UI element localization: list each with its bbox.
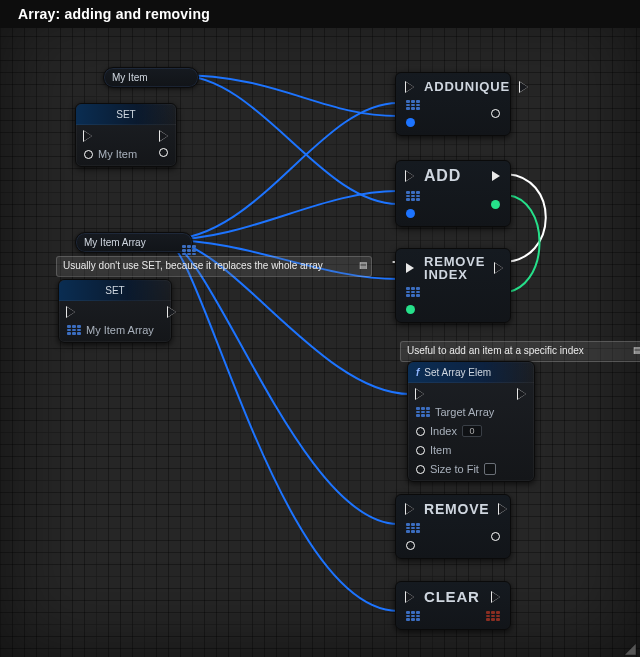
- node-addunique[interactable]: ADDUNIQUE: [395, 72, 511, 136]
- node-title: REMOVE: [424, 501, 489, 517]
- item-in-pin[interactable]: [406, 118, 415, 127]
- index-input[interactable]: 0: [462, 425, 482, 437]
- comment-toggle-icon[interactable]: ▤: [632, 345, 640, 355]
- node-header: SET: [105, 285, 124, 296]
- exec-in-pin[interactable]: [406, 171, 414, 181]
- node-header: SET: [116, 109, 135, 120]
- node-set-my-item[interactable]: SET My Item: [75, 103, 177, 167]
- exec-out-pin[interactable]: [492, 592, 500, 602]
- item-in-pin[interactable]: [406, 541, 415, 550]
- exec-in-pin[interactable]: [67, 307, 154, 317]
- input-pin-my-item[interactable]: My Item: [84, 148, 137, 160]
- pin-size-to-fit[interactable]: Size to Fit: [416, 463, 496, 475]
- pin-target-array[interactable]: Target Array: [416, 406, 496, 418]
- page-title: Array: adding and removing: [0, 0, 640, 28]
- pin-index[interactable]: Index0: [416, 425, 496, 437]
- array-out-pin[interactable]: [486, 611, 500, 621]
- exec-in-pin[interactable]: [416, 389, 496, 399]
- int-out-pin[interactable]: [491, 200, 500, 209]
- exec-in-pin[interactable]: [406, 82, 414, 92]
- array-in-pin[interactable]: [406, 191, 420, 201]
- output-pin[interactable]: [159, 148, 168, 157]
- var-label: My Item Array: [84, 237, 146, 248]
- node-title: ADD: [424, 167, 461, 185]
- resize-handle-icon: ◢: [625, 643, 636, 653]
- index-in-pin[interactable]: [406, 305, 415, 314]
- node-set-array-elem[interactable]: fSet Array Elem Target Array Index0 Item…: [407, 361, 535, 482]
- node-header: Set Array Elem: [424, 367, 491, 378]
- node-remove[interactable]: REMOVE: [395, 494, 511, 559]
- exec-out-pin[interactable]: [495, 263, 503, 273]
- array-in-pin[interactable]: [406, 523, 420, 533]
- exec-in-pin[interactable]: [84, 131, 137, 141]
- item-in-pin[interactable]: [406, 209, 415, 218]
- exec-out-pin[interactable]: [168, 307, 176, 317]
- var-label: My Item: [112, 72, 148, 83]
- exec-out-pin[interactable]: [518, 389, 526, 399]
- exec-out-pin[interactable]: [160, 131, 168, 141]
- array-in-pin[interactable]: [406, 287, 420, 297]
- bool-out-pin[interactable]: [491, 532, 500, 541]
- size-to-fit-checkbox[interactable]: [484, 463, 496, 475]
- exec-out-pin[interactable]: [520, 82, 528, 92]
- comment-set-warning[interactable]: Usually don't use SET, because it replac…: [56, 256, 372, 277]
- exec-out-pin[interactable]: [492, 171, 500, 181]
- exec-in-pin[interactable]: [406, 592, 414, 602]
- node-add[interactable]: ADD: [395, 160, 511, 227]
- node-title: ADDUNIQUE: [424, 79, 510, 94]
- pin-item[interactable]: Item: [416, 444, 496, 456]
- int-out-pin[interactable]: [491, 109, 500, 118]
- var-node-my-item-array[interactable]: My Item Array: [75, 232, 193, 253]
- exec-in-pin[interactable]: [406, 263, 414, 273]
- array-pin-icon[interactable]: [182, 245, 196, 255]
- var-node-my-item[interactable]: My Item: [103, 67, 199, 88]
- array-pin-icon: [67, 325, 81, 335]
- input-pin-my-item-array[interactable]: My Item Array: [67, 324, 154, 336]
- array-pin-icon: [416, 407, 430, 417]
- array-in-pin[interactable]: [406, 611, 420, 621]
- comment-toggle-icon[interactable]: ▤: [358, 260, 368, 270]
- exec-in-pin[interactable]: [406, 504, 414, 514]
- node-title: CLEAR: [424, 588, 480, 605]
- node-title: REMOVEINDEX: [424, 255, 485, 281]
- array-in-pin[interactable]: [406, 100, 420, 110]
- node-clear[interactable]: CLEAR: [395, 581, 511, 630]
- node-set-my-item-array[interactable]: SET My Item Array: [58, 279, 172, 343]
- node-remove-index[interactable]: REMOVEINDEX: [395, 248, 511, 323]
- function-icon: f: [416, 367, 419, 378]
- exec-out-pin[interactable]: [499, 504, 507, 514]
- comment-set-elem[interactable]: Useful to add an item at a specific inde…: [400, 341, 640, 362]
